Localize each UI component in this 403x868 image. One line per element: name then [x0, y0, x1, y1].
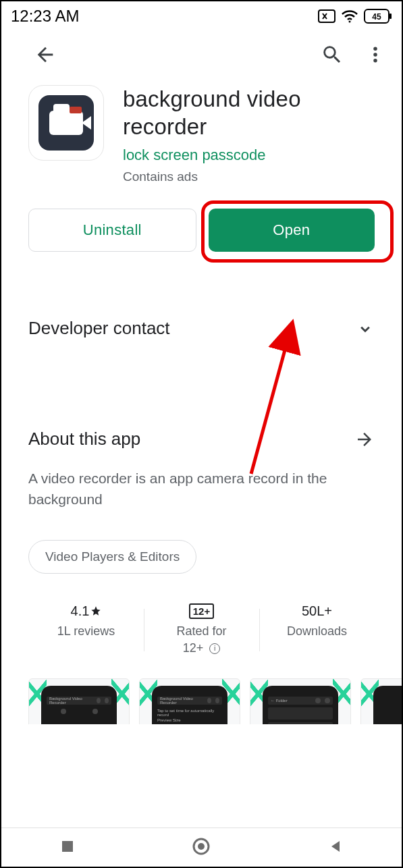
- info-icon: i: [209, 643, 220, 654]
- triangle-left-icon: [327, 838, 344, 855]
- svg-point-7: [373, 59, 377, 63]
- screenshot-thumb[interactable]: Background Video Recorder Tap to set tim…: [139, 678, 240, 724]
- about-description: A video recorder is an app camera record…: [28, 468, 375, 510]
- screenshot-thumb[interactable]: ← Folder: [250, 678, 351, 724]
- age-label-2: 12+: [183, 641, 204, 655]
- arrow-right-icon: [354, 429, 375, 450]
- developer-link[interactable]: lock screen passcode: [123, 146, 375, 164]
- svg-point-11: [198, 843, 205, 850]
- star-icon: [90, 605, 101, 616]
- action-row: Uninstall Open: [1, 191, 402, 260]
- chevron-down-icon: [356, 319, 375, 338]
- app-icon: [28, 85, 104, 161]
- screenshot-thumb[interactable]: [360, 678, 402, 724]
- developer-contact-label: Developer contact: [28, 318, 170, 339]
- more-button[interactable]: [362, 40, 388, 72]
- wifi-icon: [341, 9, 358, 23]
- status-time: 12:23 AM: [11, 7, 79, 26]
- about-title: About this app: [28, 429, 140, 450]
- silent-icon: [318, 9, 335, 23]
- svg-point-1: [349, 21, 351, 23]
- circle-icon: [191, 836, 211, 857]
- stat-rating[interactable]: 4.1 1L reviews: [28, 603, 144, 657]
- screenshot-thumb[interactable]: Background Video Recorder: [28, 678, 130, 724]
- app-header: background video recorder lock screen pa…: [1, 81, 402, 191]
- battery-icon: 45: [364, 9, 392, 24]
- svg-text:45: 45: [372, 12, 381, 22]
- rating-value: 4.1: [71, 603, 90, 619]
- age-badge: 12+: [189, 603, 214, 619]
- nav-home-button[interactable]: [191, 836, 211, 859]
- rating-label: 1L reviews: [28, 623, 144, 640]
- status-bar: 12:23 AM 45: [1, 1, 402, 30]
- nav-recent-button[interactable]: [59, 838, 76, 857]
- svg-rect-3: [389, 13, 392, 19]
- stat-age[interactable]: 12+ Rated for 12+ i: [144, 603, 259, 657]
- svg-point-6: [373, 53, 377, 57]
- age-label-1: Rated for: [176, 624, 226, 638]
- svg-rect-9: [62, 841, 73, 852]
- more-vert-icon: [365, 43, 385, 66]
- contains-ads-label: Contains ads: [123, 169, 375, 184]
- about-section: About this app A video recorder is an ap…: [1, 421, 402, 574]
- downloads-value: 50L+: [259, 603, 375, 619]
- arrow-left-icon: [34, 43, 57, 66]
- about-header[interactable]: About this app: [28, 421, 375, 458]
- square-icon: [59, 838, 76, 855]
- svg-rect-0: [319, 10, 335, 22]
- downloads-label: Downloads: [259, 623, 375, 640]
- system-nav-bar: [1, 828, 402, 867]
- app-title: background video recorder: [123, 85, 375, 141]
- status-icons: 45: [318, 9, 392, 24]
- svg-point-5: [373, 47, 377, 51]
- developer-contact-section[interactable]: Developer contact: [1, 310, 402, 348]
- screenshots-carousel[interactable]: Background Video Recorder Background Vid…: [1, 657, 402, 724]
- nav-back-button[interactable]: [327, 838, 344, 857]
- back-button[interactable]: [31, 40, 59, 72]
- stat-downloads[interactable]: 50L+ Downloads: [259, 603, 375, 657]
- open-button[interactable]: Open: [209, 209, 375, 252]
- uninstall-button[interactable]: Uninstall: [28, 209, 196, 252]
- search-button[interactable]: [318, 40, 346, 72]
- category-chip[interactable]: Video Players & Editors: [28, 540, 196, 574]
- toolbar: [1, 30, 402, 81]
- stats-row: 4.1 1L reviews 12+ Rated for 12+ i 50L+ …: [1, 603, 402, 657]
- search-icon: [321, 43, 344, 66]
